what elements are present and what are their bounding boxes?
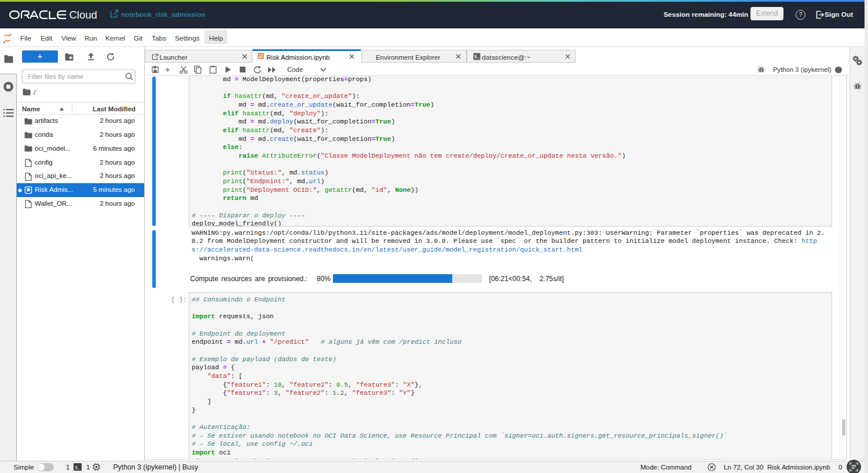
svg-text:$_: $_ (75, 466, 80, 470)
svg-text:$_: $_ (474, 54, 479, 59)
